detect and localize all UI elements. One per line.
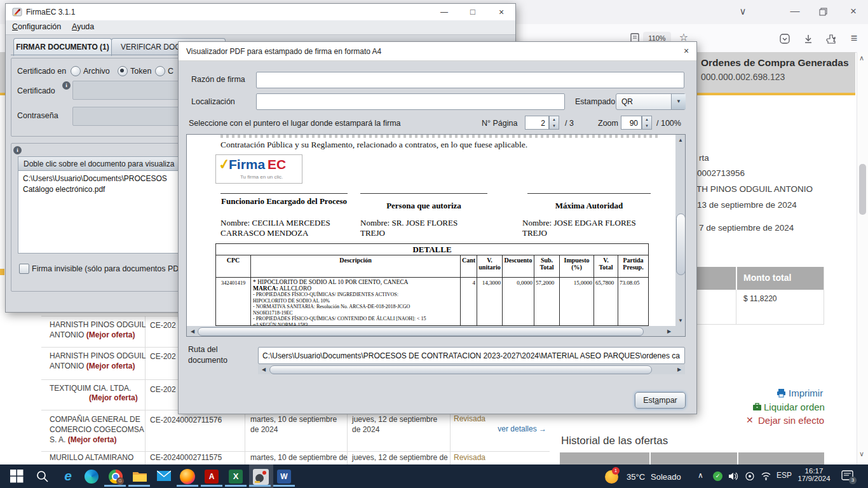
- scroll-down-icon[interactable]: ∨: [859, 450, 864, 458]
- menu-ayuda[interactable]: Ayuda: [72, 22, 94, 31]
- date: 17/9/2024: [794, 475, 834, 482]
- background-accent: [0, 269, 4, 275]
- estampado-value: QR: [621, 97, 633, 106]
- browser-restore-button[interactable]: [818, 7, 829, 20]
- radio-archivo-label: Archivo: [83, 67, 110, 76]
- dropdown-button[interactable]: ▼: [671, 94, 686, 109]
- active-indicator: [201, 485, 222, 487]
- antivirus-tray-icon[interactable]: ✓: [713, 471, 722, 481]
- excel-icon[interactable]: X: [229, 470, 243, 484]
- tray-expand-icon[interactable]: ∧: [698, 471, 703, 480]
- weather-widget[interactable]: 1 35°C Soleado: [604, 468, 693, 487]
- browser-minimize-button[interactable]: —: [788, 4, 802, 17]
- razon-input[interactable]: [256, 72, 684, 88]
- imprimir-link[interactable]: Imprimir: [789, 388, 823, 398]
- volume-icon[interactable]: [728, 471, 738, 484]
- table-row[interactable]: HARNISTH PINOS ODGUIL ANTONIO (Mejor ofe…: [50, 320, 148, 340]
- browser-close-button[interactable]: ×: [846, 5, 860, 18]
- info-icon[interactable]: i: [62, 81, 71, 90]
- order-code: CE-202: [150, 385, 176, 394]
- radio-token[interactable]: [118, 66, 128, 76]
- certificado-label: Certificado: [17, 86, 55, 95]
- scroll-up-icon[interactable]: ∧: [859, 54, 864, 62]
- firma-invisible-checkbox[interactable]: [19, 264, 29, 274]
- chrome-icon[interactable]: G: [109, 470, 123, 484]
- spin-down-icon[interactable]: ▼: [642, 123, 651, 129]
- menu-configuracion[interactable]: CConfiguraciónonfiguración: [12, 22, 61, 31]
- wifi-icon[interactable]: [761, 471, 771, 483]
- ver-detalles-link[interactable]: ver detalles →: [454, 424, 546, 433]
- clock[interactable]: 16:17 17/9/2024: [794, 467, 834, 482]
- x-icon[interactable]: ✕: [746, 415, 754, 425]
- zoom-spinner-buttons[interactable]: ▲ ▼: [642, 116, 652, 130]
- file-explorer-icon[interactable]: [132, 470, 147, 485]
- scroll-right-icon[interactable]: ▶: [675, 367, 684, 372]
- extensions-icon[interactable]: [825, 33, 837, 47]
- search-icon[interactable]: [36, 470, 49, 485]
- desc-line: * HIPOCLORITO DE SODIO AL 10 POR CIENTO,…: [253, 279, 458, 285]
- spin-down-icon[interactable]: ▼: [550, 123, 559, 129]
- column-header: Descripción: [251, 255, 461, 277]
- notification-center-icon[interactable]: 3: [841, 470, 853, 484]
- pdf-page[interactable]: Contratación Pública y su Reglamento, re…: [187, 135, 675, 326]
- mail-icon[interactable]: [157, 470, 171, 484]
- pdf-viewer[interactable]: Contratación Pública y su Reglamento, re…: [186, 134, 686, 337]
- firefox-icon[interactable]: [180, 469, 195, 484]
- estampar-button[interactable]: Estampar: [635, 392, 686, 409]
- close-button[interactable]: ×: [492, 4, 511, 20]
- pagina-label: N° Página: [482, 119, 517, 128]
- ruta-input[interactable]: C:\Users\Usuario\Documents\PROCESOS DE C…: [258, 347, 685, 364]
- firmaec-titlebar[interactable]: FirmaEC 3.1.1 — □ ×: [6, 4, 515, 21]
- column-header: Cant: [461, 255, 477, 277]
- notification-badge: 3: [849, 477, 857, 484]
- scroll-left-icon[interactable]: ◀: [259, 367, 268, 372]
- downloads-icon[interactable]: [803, 33, 814, 47]
- acrobat-icon[interactable]: A: [205, 470, 219, 484]
- word-icon[interactable]: W: [277, 470, 291, 484]
- pagina-spinner-buttons[interactable]: ▲ ▼: [549, 116, 559, 130]
- edge-icon[interactable]: [85, 470, 98, 484]
- briefcase-icon[interactable]: [752, 402, 762, 414]
- active-indicator: [104, 485, 126, 487]
- language-indicator[interactable]: ESP: [776, 471, 792, 480]
- hamburger-menu-icon[interactable]: ≡: [847, 32, 861, 44]
- localizacion-input[interactable]: [256, 93, 565, 110]
- tab-list-chevron-icon[interactable]: ∨: [736, 5, 750, 18]
- dialog-close-button[interactable]: ×: [679, 43, 693, 58]
- estampado-select[interactable]: QR ▼: [616, 93, 686, 110]
- ruta-hscroll-thumb[interactable]: [269, 365, 652, 374]
- scroll-up-icon[interactable]: ▲: [675, 137, 686, 143]
- dejar-sin-efecto-link[interactable]: Dejar sin efecto: [758, 415, 824, 426]
- internet-explorer-icon[interactable]: e: [60, 468, 76, 484]
- start-button[interactable]: [10, 470, 24, 485]
- browser-scrollbar[interactable]: [857, 52, 868, 464]
- table-row[interactable]: COMPAÑIA GENERAL DE COMERCIO COGECOMSA S…: [50, 414, 150, 445]
- pagina-spinner[interactable]: 2: [525, 116, 549, 130]
- scroll-left-icon[interactable]: ◀: [188, 329, 197, 334]
- liquidar-orden-link[interactable]: Liquidar orden: [764, 402, 825, 412]
- printer-icon[interactable]: [776, 388, 786, 400]
- info-icon[interactable]: i: [13, 146, 22, 154]
- tab-firmar-documento[interactable]: FIRMAR DOCUMENTO (1): [13, 38, 112, 56]
- maximize-button[interactable]: □: [463, 4, 482, 20]
- firmaec-taskbar-icon[interactable]: [253, 469, 269, 485]
- radio-third[interactable]: [155, 66, 165, 76]
- minimize-button[interactable]: —: [435, 4, 454, 20]
- pocket-icon[interactable]: [779, 33, 790, 47]
- table-row[interactable]: HARNISTH PINOS ODGUIL ANTONIO (Mejor ofe…: [50, 351, 148, 371]
- meet-now-icon[interactable]: [745, 471, 755, 484]
- pdf-hscroll-thumb[interactable]: [198, 327, 644, 336]
- zoom-spinner[interactable]: 90: [621, 116, 642, 130]
- order-code: CE-20240002711575: [150, 453, 222, 462]
- spin-up-icon[interactable]: ▲: [642, 116, 651, 123]
- spin-up-icon[interactable]: ▲: [550, 116, 559, 123]
- scrollbar-thumb[interactable]: [859, 164, 866, 215]
- dialog-titlebar[interactable]: Visualizador PDF para estampado de firma…: [179, 42, 696, 61]
- scroll-down-icon[interactable]: ▼: [675, 318, 686, 323]
- firmaec-app-icon: [12, 7, 22, 17]
- scroll-right-icon[interactable]: ▶: [665, 329, 674, 334]
- screen: ∨ — × 110% ☆ ≡ Ordenes de Compra Generad…: [0, 0, 868, 488]
- pdf-vscroll-thumb[interactable]: [676, 214, 686, 275]
- radio-archivo[interactable]: [71, 66, 81, 76]
- firmaec-menubar: CConfiguraciónonfiguración Ayuda: [6, 20, 515, 35]
